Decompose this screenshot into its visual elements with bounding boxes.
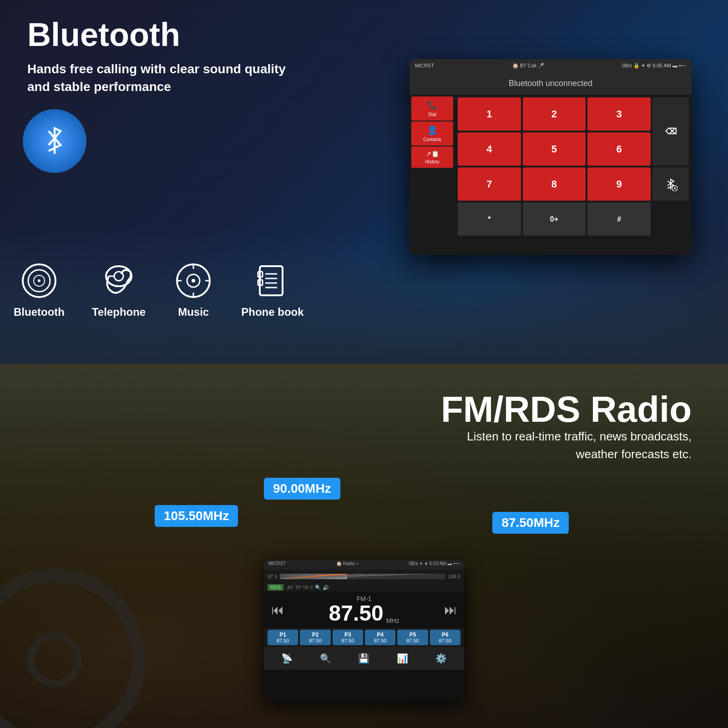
bluetooth-subtitle: Hands free calling with clear sound qual… (27, 60, 286, 96)
dial-hash[interactable]: # (587, 202, 651, 236)
feature-phonebook: Phone book (241, 260, 303, 318)
svg-point-3 (38, 279, 40, 282)
feature-telephone: Telephone (92, 260, 146, 318)
radio-bottom-nav: 📡 🔍 💾 📊 ⚙️ (264, 647, 464, 670)
radio-unit: MHz (386, 617, 399, 624)
preset-p2[interactable]: P2 87.50 (300, 630, 330, 645)
radio-title-label: 🏠 Radio ♪ (336, 561, 359, 568)
bt-unconnected-text: Bluetooth unconnected (410, 72, 692, 95)
tuner-scale (280, 574, 445, 579)
top-left-content: Bluetooth Hands free calling with clear … (27, 18, 286, 96)
nav-eq-icon[interactable]: 📊 (397, 653, 408, 664)
nav-wifi-icon[interactable]: 📡 (281, 653, 293, 664)
phonebook-feature-icon (252, 260, 293, 301)
bluetooth-symbol (39, 125, 71, 157)
feature-phonebook-label: Phone book (241, 306, 303, 318)
phone-statusbar: MIC RST 🏠 BT Call 🎤 0B/s 🔒 ✦ ⚙ 6:05 AM ▬… (410, 59, 692, 72)
dial-8[interactable]: 8 (523, 167, 586, 201)
preset-p1[interactable]: P1 87.50 (268, 630, 298, 645)
history-button[interactable]: ↗📋 History (411, 147, 453, 168)
dialpad: 1 2 3 ⌫ 4 5 6 7 8 9 * (455, 95, 692, 238)
radio-rst: RST (277, 561, 286, 568)
music-feature-icon (173, 260, 214, 301)
bluetooth-icon-circle (23, 109, 86, 173)
status-right: 0B/s 🔒 ✦ ⚙ 6:05 AM ▬ ⟵ (622, 63, 686, 69)
preset-p4[interactable]: P4 87.50 (365, 630, 395, 645)
bluetooth-title: Bluetooth (27, 18, 286, 51)
dial-button[interactable]: 📞 Dial (411, 96, 453, 121)
radio-freq-display: FM-1 87.50 MHz (329, 595, 399, 624)
feature-telephone-label: Telephone (92, 306, 146, 318)
frequency-badge-left: 105.50MHz (155, 505, 238, 527)
rds-badge: RDS (268, 584, 283, 591)
tuner-left-val: 87.5 (268, 574, 277, 579)
dial-0plus[interactable]: 0+ (523, 202, 586, 236)
radio-status-right: 0B/s ✦ ★ 6:03 AM ▬ ⟵ (409, 561, 460, 568)
dial-star[interactable]: * (458, 202, 521, 236)
bt-settings-button[interactable] (652, 167, 689, 201)
top-section: Bluetooth Hands free calling with clear … (0, 0, 728, 364)
dial-backspace[interactable]: ⌫ (652, 97, 689, 166)
frequency-badge-center: 90.00MHz (264, 478, 340, 500)
svg-point-5 (114, 272, 123, 281)
radio-frequency: 87.50 (329, 602, 384, 624)
dial-2[interactable]: 2 (523, 97, 586, 131)
dial-6[interactable]: 6 (587, 132, 651, 166)
radio-main-controls: ⏮ FM-1 87.50 MHz ⏭ (264, 592, 464, 628)
nav-save-icon[interactable]: 💾 (358, 653, 369, 664)
fm-title: FM/RDS Radio (441, 391, 692, 428)
telephone-feature-icon (98, 260, 139, 301)
phone-screen-body: 📞 Dial 👤 Contacts ↗📋 History 1 2 3 ⌫ 4 (410, 95, 692, 238)
fm-subtitle: Listen to real-time traffic, news broadc… (441, 428, 692, 463)
rds-bar: RDS AF TP TA © 🔍 🔊 (264, 583, 464, 592)
preset-p6[interactable]: P6 87.50 (430, 630, 460, 645)
svg-point-9 (192, 279, 195, 283)
radio-tuner-bar: 87.5 108.0 (264, 570, 464, 583)
fm-title-area: FM/RDS Radio Listen to real-time traffic… (441, 391, 692, 463)
dial-5[interactable]: 5 (523, 132, 586, 166)
feature-music-label: Music (178, 306, 209, 318)
preset-p5[interactable]: P5 87.50 (397, 630, 428, 645)
dial-3[interactable]: 3 (587, 97, 651, 131)
preset-p3[interactable]: P3 87.50 (333, 630, 363, 645)
radio-presets: P1 87.50 P2 87.50 P3 87.50 P4 87.50 P5 8… (264, 628, 464, 647)
bluetooth-feature-icon (19, 260, 60, 301)
dial-7[interactable]: 7 (458, 167, 521, 201)
rds-options: AF TP TA © 🔍 🔊 (287, 585, 329, 591)
steering-wheel-inner (27, 632, 82, 687)
frequency-badge-right: 87.50MHz (492, 512, 569, 534)
svg-point-22 (674, 187, 676, 189)
nav-settings-icon[interactable]: ⚙️ (435, 653, 447, 664)
feature-music: Music (173, 260, 214, 318)
rst-label: RST (424, 63, 434, 68)
bt-call-label: 🏠 BT Call 🎤 (512, 63, 544, 69)
radio-screen: MIC RST 🏠 Radio ♪ 0B/s ✦ ★ 6:03 AM ▬ ⟵ 8… (264, 560, 464, 701)
feature-bluetooth-label: Bluetooth (14, 306, 65, 318)
dial-9[interactable]: 9 (587, 167, 651, 201)
nav-search-icon[interactable]: 🔍 (320, 653, 331, 664)
dial-1[interactable]: 1 (458, 97, 521, 131)
tuner-right-val: 108.0 (448, 574, 460, 579)
radio-mic: MIC (268, 561, 277, 568)
phone-left-sidebar: 📞 Dial 👤 Contacts ↗📋 History (410, 95, 455, 238)
mic-label: MIC (415, 63, 424, 68)
radio-prev-button[interactable]: ⏮ (271, 602, 284, 617)
phone-screen: MIC RST 🏠 BT Call 🎤 0B/s 🔒 ✦ ⚙ 6:05 AM ▬… (410, 59, 692, 255)
radio-next-button[interactable]: ⏭ (444, 602, 457, 617)
radio-statusbar: MIC RST 🏠 Radio ♪ 0B/s ✦ ★ 6:03 AM ▬ ⟵ (264, 560, 464, 570)
bottom-section: FM/RDS Radio Listen to real-time traffic… (0, 364, 728, 728)
svg-line-31 (280, 574, 429, 579)
feature-bluetooth: Bluetooth (14, 260, 65, 318)
contacts-button[interactable]: 👤 Contacts (411, 121, 453, 146)
features-row: Bluetooth Telephone (14, 260, 304, 318)
dial-4[interactable]: 4 (458, 132, 521, 166)
